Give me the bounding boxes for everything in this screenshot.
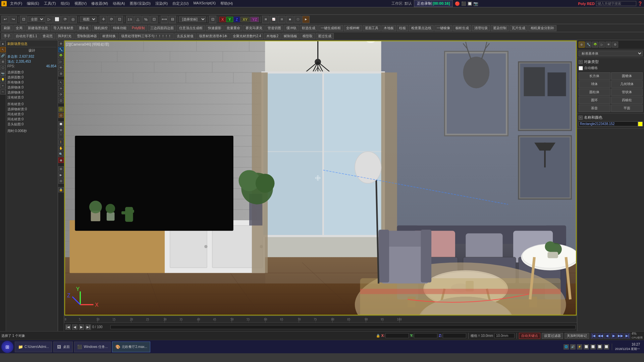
scene-viewport[interactable]: X Y Z ▶ 0/100 [64, 41, 577, 315]
tool-walkthrough[interactable]: 🚶 [58, 139, 64, 145]
menu-item-e[interactable]: 编辑(E) [25, 1, 41, 6]
tool-select2[interactable]: ↖ [58, 80, 64, 85]
rotate-btn[interactable]: ⟳ [108, 16, 115, 23]
tool-light[interactable]: 💡 [0, 77, 6, 82]
column-btn[interactable]: 柱核 [397, 25, 408, 31]
tray-misc2-icon[interactable]: ⬜ [590, 344, 596, 350]
menu-item-m[interactable]: 修改器(M) [89, 1, 110, 6]
menu-item-h[interactable]: 帮助(H) [218, 1, 235, 6]
object-type-toggle[interactable]: − [579, 60, 583, 64]
tile-gen-btn[interactable]: 瓦片生成 [509, 25, 528, 31]
tool-arrow[interactable]: ▲ [0, 41, 6, 46]
rp-hierarchy-tab[interactable]: 🌳 [592, 42, 598, 48]
timeline-prev-btn[interactable]: ◀ [72, 324, 77, 330]
cabinet-gen-btn[interactable]: 橱柜生成 [453, 25, 471, 31]
tool-lock[interactable]: 🔒 [58, 187, 64, 192]
tool-utilities[interactable]: ⚙ [58, 71, 64, 76]
menu-item-a[interactable]: 动画(A) [111, 1, 127, 6]
lasso-btn[interactable]: ◎ [69, 16, 77, 23]
auto-grid-checkbox[interactable] [579, 66, 583, 70]
filter-dropdown[interactable]: 全部 [28, 16, 45, 22]
light-map-btn[interactable]: 自动光子图1.1 [13, 33, 40, 39]
geosphere-btn[interactable]: 几何球体 [611, 80, 643, 88]
schematic-btn[interactable]: ⊟ [278, 16, 285, 23]
camera-gold-btn[interactable]: 相机黄金分割补 [528, 25, 556, 31]
object-color-swatch[interactable] [638, 122, 643, 126]
taskbar-task-mgr[interactable]: ⬛ Windows 任务... [74, 342, 111, 352]
tool-zoom[interactable]: 🔍 [58, 152, 64, 157]
object-name-input[interactable] [579, 121, 638, 126]
pyramid-btn[interactable]: 四棱柱 [611, 97, 643, 104]
render-ctrl-btn[interactable]: 遮染控制 [491, 25, 509, 31]
random-ctrl-btn[interactable]: 随机操控 [92, 25, 110, 31]
set-key-btn[interactable]: 设置过滤器 [542, 333, 563, 339]
tray-network-icon[interactable]: 🌐 [564, 344, 569, 350]
axis-y-btn[interactable]: Y [226, 17, 233, 22]
play-start-btn[interactable]: |◀ [591, 333, 597, 339]
menu-item-u[interactable]: 自定义(U) [170, 1, 191, 6]
vert-gen-btn[interactable]: 任意顶点生成框 [177, 25, 205, 31]
rp-modify-tab[interactable]: 🔧 [585, 42, 591, 48]
wood2-btn[interactable]: 木地板2 [264, 33, 281, 39]
timeline-start-btn[interactable]: |◀ [65, 324, 71, 330]
fence-select-btn[interactable]: ⟳ [61, 16, 69, 23]
box-btn[interactable]: 长方体 [579, 72, 610, 80]
tray-misc1-icon[interactable]: ⬜ [584, 344, 589, 350]
cylinder-btn[interactable]: 圆柱体 [579, 88, 610, 96]
scene-info-btn[interactable]: 新建场景信息 [25, 25, 50, 31]
timeline-next-btn[interactable]: ▶ [79, 324, 84, 330]
select-btn[interactable]: ▷ [45, 16, 53, 23]
scene-fix-btn[interactable]: 场景处理塑料三等不匀！！！！！ [119, 33, 174, 39]
z-coord-input[interactable] [443, 333, 466, 338]
plane-btn[interactable]: 平面 [611, 105, 643, 112]
tool-helper[interactable]: + [0, 83, 6, 88]
redo-btn[interactable]: ↪ [9, 16, 17, 23]
rp-create-tab[interactable]: ⊕ [579, 42, 585, 48]
menu-item-maxscriptx[interactable]: MAXScript(X) [191, 1, 218, 6]
tool-link[interactable]: 🔗 [0, 53, 6, 58]
play-end-btn[interactable]: ▶| [624, 333, 630, 339]
tool-orbit[interactable]: ◉ [58, 158, 64, 163]
menu-item-d[interactable]: 图形/渲染(D) [128, 1, 153, 6]
import-mats-btn[interactable]: 导入所有材质 [51, 25, 76, 31]
menu-item-t[interactable]: 工具(T) [42, 1, 58, 6]
play-fwd-btn[interactable]: ▶ [611, 333, 617, 339]
tube-btn[interactable]: 管状体 [611, 88, 643, 96]
snow-btn[interactable]: 雪制制面神器 [74, 33, 99, 39]
scale-btn[interactable]: ⊡ [116, 16, 123, 23]
region-select-btn[interactable]: ⬜ [53, 16, 61, 23]
tool-rotate2[interactable]: ⟳ [58, 92, 64, 97]
help-search-input[interactable] [596, 1, 636, 6]
tool-render2[interactable]: ▶ [58, 172, 64, 178]
hand-btn[interactable]: 手子 [1, 33, 13, 39]
mask-tool-btn[interactable]: 遮面工具 [363, 25, 381, 31]
sphere-btn[interactable]: 球体 [579, 80, 610, 88]
mat-convert-btn[interactable]: 材质转换 [100, 33, 118, 39]
tool-bind[interactable]: ⊞ [0, 59, 6, 64]
render-btn[interactable]: ▶ [302, 16, 310, 23]
rename-btn[interactable]: 重命名 [76, 25, 91, 31]
name-color-toggle[interactable]: − [579, 116, 583, 120]
anti-reflect-btn[interactable]: 去反反射值 [174, 33, 196, 39]
snap-toggle-btn[interactable]: 2.5 [126, 16, 133, 23]
one-key-btn[interactable]: 一键生成框框 [318, 25, 343, 31]
rp-motion-tab[interactable]: ▷ [599, 42, 605, 48]
timeline-track[interactable] [110, 325, 576, 329]
align-btn[interactable]: ⊟ [169, 16, 176, 23]
light-count-btn[interactable]: 全聚光材质数约2.4 [230, 33, 263, 39]
pivot-btn[interactable]: ⊡ [209, 16, 216, 23]
teapot-btn[interactable]: 茶壶 [579, 105, 610, 112]
pipe-cut-btn[interactable]: 管道切图 [265, 25, 283, 31]
rp-display-tab[interactable]: 👁 [605, 42, 611, 48]
taskbar-file-explorer[interactable]: 📁 C:\Users\Admi... [15, 342, 52, 352]
global-btn[interactable]: 全局 [13, 25, 25, 31]
taskbar-3dsmax[interactable]: 🎨 北欧餐厅2.max... [112, 342, 150, 352]
tool-extra[interactable]: ⊟ [58, 178, 64, 184]
tool-shapes[interactable]: ⬡ [0, 65, 6, 70]
bake-btn[interactable]: 查花范 [40, 33, 55, 39]
batch-rename-btn[interactable]: 批量重命 [224, 25, 243, 31]
menu-item-v[interactable]: 视图(V) [72, 1, 89, 6]
tri-quad-btn[interactable]: 三边四面四边面 [148, 25, 176, 31]
help-icons[interactable]: ❓ [638, 1, 643, 6]
view-dropdown[interactable]: 视图 [80, 16, 97, 22]
